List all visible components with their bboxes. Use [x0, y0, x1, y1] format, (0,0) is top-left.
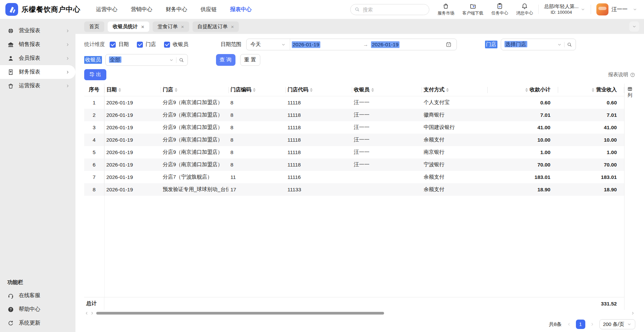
scroll-left-icon[interactable] — [84, 311, 89, 316]
report-table: 列 序号日期门店门店编码门店代码收银员支付方式收款小计营业收入 12026-01… — [84, 84, 635, 310]
prev-page-icon[interactable] — [567, 322, 571, 327]
column-header[interactable]: 门店 — [161, 84, 228, 96]
checkbox-checked-icon[interactable] — [164, 42, 170, 48]
table-row: 42026-01-19分店9（南京浦口加盟店）811118汪一一余额支付10.0… — [84, 134, 624, 146]
column-header[interactable]: 日期 — [104, 84, 161, 96]
sidebar-footer-item[interactable]: 帮助中心 — [0, 302, 75, 316]
quick-link-label: 消息中心 — [516, 10, 533, 16]
user-menu[interactable]: 汪一一 — [596, 3, 637, 15]
column-header[interactable]: 收银员 — [352, 84, 422, 96]
calendar-icon[interactable] — [442, 42, 455, 47]
scrollbar-track[interactable] — [96, 312, 629, 315]
tab-close-icon[interactable]: × — [181, 24, 184, 29]
store-select[interactable]: 选择门店 — [501, 39, 576, 50]
table-cell: 17 — [228, 183, 285, 196]
tab-label: 收银员统计 — [113, 23, 138, 30]
table-cell: 预发验证专用_球球别动_台位 — [161, 183, 228, 196]
user-name: 汪一一 — [611, 6, 628, 13]
dimension-checkbox[interactable]: 收银员 — [164, 41, 189, 48]
tab[interactable]: 自提配送订单× — [193, 21, 239, 32]
table-cell: 0.60 — [487, 96, 558, 109]
topbar-quick-link[interactable]: 任务中心 — [491, 3, 508, 16]
checkbox-checked-icon[interactable] — [137, 42, 143, 48]
table-cell: 分店9（南京浦口加盟店） — [161, 96, 228, 109]
table-cell: 41.00 — [558, 121, 624, 134]
date-end-input[interactable]: 2026-01-19 — [371, 41, 399, 48]
column-header[interactable]: 支付方式 — [422, 84, 487, 96]
headset-icon — [7, 292, 14, 299]
top-nav-item[interactable]: 运营中心 — [96, 6, 117, 13]
topbar-quick-link[interactable]: 服务市场 — [437, 3, 454, 16]
bag-icon — [442, 3, 449, 9]
sidebar-item[interactable]: 运营报表 — [0, 79, 75, 93]
divider — [176, 57, 176, 63]
table-row: 22026-01-19分店9（南京浦口加盟店）811118汪一一徽商银行7.01… — [84, 109, 624, 121]
report-help-link[interactable]: 报表说明 — [608, 72, 635, 78]
column-header[interactable]: 收款小计 — [487, 84, 558, 96]
date-start-input[interactable]: 2026-01-19 — [292, 41, 320, 48]
column-header-label: 日期 — [106, 86, 117, 93]
column-settings-button[interactable]: 列 — [624, 84, 635, 310]
sidebar-footer-item[interactable]: 在线客服 — [0, 289, 75, 302]
page-size-select[interactable]: 200 条/页 — [599, 319, 635, 329]
brand-title: 乐檬餐饮商户中心 — [21, 5, 80, 14]
top-nav-item[interactable]: 营销中心 — [131, 6, 152, 13]
topbar-quick-link[interactable]: 客户端下载 — [462, 3, 483, 16]
export-button[interactable]: 导 出 — [84, 69, 106, 80]
global-search[interactable] — [350, 4, 429, 15]
next-page-icon[interactable] — [590, 322, 595, 327]
bank-icon — [7, 41, 14, 48]
sidebar-footer-item-label: 在线客服 — [19, 292, 70, 299]
query-button[interactable]: 查 询 — [216, 54, 235, 66]
search-icon[interactable] — [179, 57, 184, 63]
scroll-right-icon[interactable] — [90, 311, 95, 316]
search-icon — [355, 7, 360, 12]
tab[interactable]: 堂食订单× — [153, 21, 189, 32]
search-input[interactable] — [363, 7, 425, 12]
dimension-checkbox[interactable]: 门店 — [137, 41, 156, 48]
topbar-quick-link[interactable]: 消息中心 — [516, 3, 533, 16]
download-icon — [470, 3, 476, 9]
dimension-checkboxes: 日期门店收银员 — [110, 41, 189, 48]
sidebar-footer-item[interactable]: 系统更新 — [0, 316, 75, 330]
table-cell: 8 — [228, 158, 285, 171]
top-nav-item[interactable]: 报表中心 — [230, 6, 252, 13]
topbar-divider — [538, 5, 539, 14]
org-name: 总部/年轻人第... — [544, 3, 579, 10]
store-select-value: 选择门店 — [504, 41, 527, 47]
sidebar-item[interactable]: 销售报表 — [0, 38, 75, 51]
search-icon[interactable] — [567, 42, 572, 47]
table-cell: 2 — [84, 109, 104, 121]
sidebar-item[interactable]: 财务报表 — [0, 65, 75, 79]
date-preset-select[interactable]: 今天 — [247, 39, 290, 50]
reset-button[interactable]: 重 置 — [240, 54, 260, 66]
column-header[interactable]: 营业收入 — [558, 84, 624, 96]
sidebar-item[interactable]: 会员报表 — [0, 51, 75, 65]
checkbox-checked-icon[interactable] — [110, 42, 116, 48]
scroll-right-icon[interactable] — [631, 311, 635, 316]
top-nav-item[interactable]: 供应链 — [201, 6, 217, 13]
tab-close-icon[interactable]: × — [141, 24, 144, 29]
tab-close-icon[interactable]: × — [231, 24, 234, 29]
tabbar-collapse-button[interactable] — [629, 21, 639, 32]
chevron-down-icon — [627, 322, 632, 327]
top-nav-item[interactable]: 财务中心 — [166, 6, 187, 13]
sort-icon — [118, 88, 121, 92]
table-cell: 8 — [228, 121, 285, 134]
tab[interactable]: 收银员统计× — [108, 21, 149, 32]
org-switcher[interactable]: 总部/年轻人第... ID: 100004 — [544, 3, 585, 15]
column-header[interactable]: 门店编码 — [228, 84, 285, 96]
table-cell: 汪一一 — [352, 96, 422, 109]
refresh-icon — [7, 320, 14, 327]
cashier-select[interactable]: 全部 — [105, 54, 188, 66]
tab[interactable]: 首页 — [84, 21, 104, 32]
dimension-checkbox[interactable]: 日期 — [110, 41, 129, 48]
page-number-button[interactable]: 1 — [576, 320, 585, 329]
column-header[interactable]: 门店代码 — [285, 84, 352, 96]
scrollbar-thumb[interactable] — [96, 312, 384, 315]
table-cell — [352, 171, 422, 183]
table-cell: 5 — [84, 146, 104, 158]
sidebar-item[interactable]: 营业报表 — [0, 24, 75, 38]
total-value: 331.52 — [558, 297, 624, 310]
sort-icon — [592, 88, 594, 92]
